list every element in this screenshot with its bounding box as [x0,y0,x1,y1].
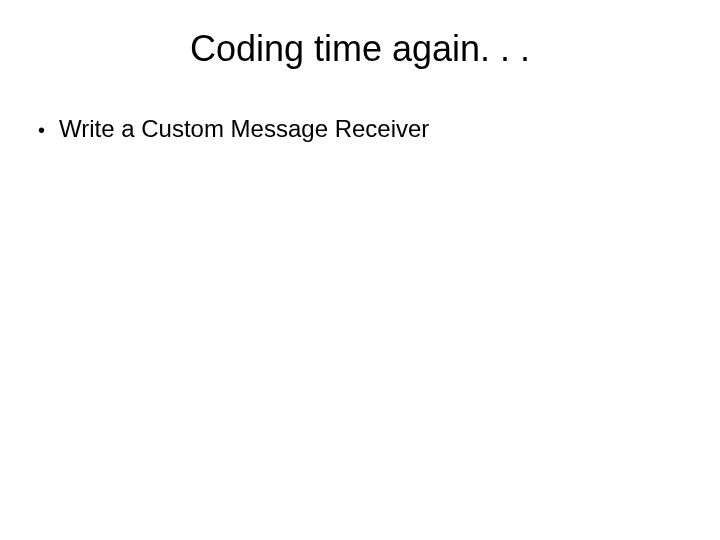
slide-container: Coding time again. . . • Write a Custom … [0,0,720,540]
slide-content: • Write a Custom Message Receiver [30,112,690,146]
slide-title: Coding time again. . . [30,28,690,70]
bullet-item: • Write a Custom Message Receiver [38,112,690,146]
bullet-text: Write a Custom Message Receiver [59,112,429,146]
bullet-marker: • [38,116,45,144]
